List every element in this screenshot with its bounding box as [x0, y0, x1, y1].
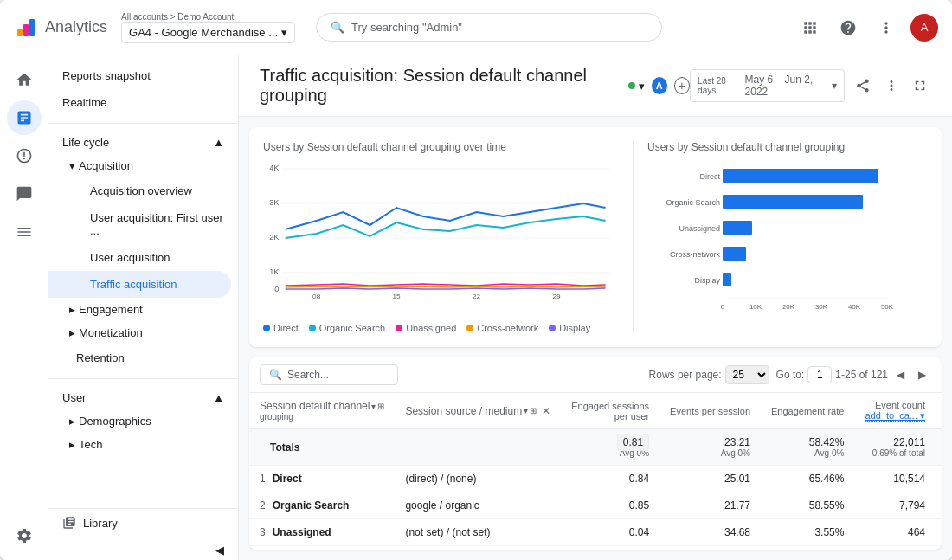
sidebar-group-user[interactable]: User ▲	[48, 386, 238, 409]
svg-rect-24	[723, 195, 863, 209]
sidebar-group-engagement[interactable]: ▸ Engagement	[48, 298, 238, 321]
configure-icon[interactable]	[7, 215, 42, 249]
reports-icon[interactable]	[7, 100, 42, 135]
svg-rect-27	[723, 273, 731, 286]
filter-icon[interactable]: ⊞	[377, 402, 384, 411]
svg-text:22: 22	[473, 293, 481, 299]
sidebar-group-demographics[interactable]: ▸ Demographics	[48, 409, 238, 433]
totals-conversions: 94,905.00 100% of total	[936, 429, 942, 466]
svg-text:40K: 40K	[848, 303, 861, 311]
next-page-btn[interactable]: ▶	[913, 367, 931, 383]
svg-text:1K: 1K	[269, 267, 279, 276]
svg-rect-26	[723, 247, 746, 261]
chevron-down-icon2[interactable]: ▾	[639, 80, 645, 93]
status-badge: ▾	[628, 80, 645, 93]
date-range-selector[interactable]: Last 28 days May 6 – Jun 2, 2022 ▾	[690, 69, 845, 102]
sidebar-item-retention[interactable]: Retention	[48, 344, 238, 371]
table-row: 4Cross-network google / cpc 0.53 10.05 4…	[249, 546, 942, 550]
sidebar-group-tech[interactable]: ▸ Tech	[48, 433, 238, 456]
line-chart-title: Users by Session default channel groupin…	[263, 141, 619, 153]
prev-page-btn[interactable]: ◀	[891, 367, 910, 383]
sidebar-item-user-acquisition[interactable]: User acquisition	[48, 244, 238, 271]
search-bar[interactable]: 🔍 Try searching "Admin"	[316, 13, 662, 42]
home-icon[interactable]	[7, 62, 42, 97]
green-status-dot	[628, 82, 635, 89]
close-filter-icon[interactable]: ✕	[542, 405, 550, 417]
more-options-icon[interactable]	[872, 14, 900, 42]
search-placeholder: Try searching "Admin"	[351, 21, 462, 34]
legend-cross-network: Cross-network	[466, 323, 538, 333]
sidebar-collapse-btn[interactable]: ◀	[48, 537, 238, 560]
apps-icon[interactable]	[796, 14, 824, 42]
sidebar: Reports snapshot Realtime Life cycle ▲ ▾…	[48, 55, 239, 560]
table-search[interactable]: 🔍 Search...	[260, 364, 398, 385]
account-info: All accounts > Demo Account GA4 - Google…	[121, 12, 295, 43]
filter-icon2[interactable]: ⊞	[530, 406, 537, 415]
page-header: Traffic acquisition: Session default cha…	[239, 55, 952, 117]
sidebar-item-realtime[interactable]: Realtime	[48, 89, 238, 116]
help-icon[interactable]	[834, 14, 862, 42]
sidebar-item-reports-snapshot[interactable]: Reports snapshot	[48, 62, 238, 89]
search-icon: 🔍	[331, 21, 344, 34]
data-table: Session default channel ▾ ⊞ grouping Ses…	[249, 393, 942, 550]
totals-events-per-session: 23.21 Avg 0%	[659, 429, 761, 466]
svg-text:20K: 20K	[782, 303, 795, 311]
library-icon	[62, 516, 76, 530]
add-event-count-link[interactable]: add_to_ca... ▾	[865, 410, 925, 422]
sidebar-item-user-acquisition-first[interactable]: User acquisition: First user ...	[48, 204, 238, 244]
page-range: 1-25 of 121	[835, 369, 888, 381]
sidebar-item-library[interactable]: Library	[48, 508, 238, 537]
svg-text:30K: 30K	[815, 303, 828, 311]
sidebar-item-traffic-acquisition[interactable]: Traffic acquisition	[48, 271, 231, 298]
property-selector[interactable]: GA4 - Google Merchandise ... ▾	[121, 22, 295, 43]
legend-organic: Organic Search	[309, 323, 385, 333]
bar-chart: Direct Organic Search Unassigned Cross-n…	[647, 160, 928, 316]
table-toolbar: 🔍 Search... Rows per page: 25 50 100 Go	[249, 357, 942, 393]
sidebar-divider2	[48, 378, 238, 379]
page-input[interactable]	[807, 366, 832, 383]
sidebar-item-acquisition-overview[interactable]: Acquisition overview	[48, 177, 238, 204]
chart-legend: Direct Organic Search Unassigned Cr	[263, 323, 619, 333]
totals-label: Totals	[249, 429, 561, 466]
rows-per-page-select[interactable]: 25 50 100	[725, 365, 769, 384]
sidebar-group-monetization[interactable]: ▸ Monetization	[48, 321, 238, 344]
search-placeholder2: Search...	[287, 369, 329, 381]
sort-icon[interactable]: ▾	[371, 402, 376, 411]
svg-text:2K: 2K	[269, 233, 279, 241]
totals-row: Totals 0.81 Avg 0% 23.21 Avg 0%	[249, 429, 942, 466]
avatar[interactable]: A	[910, 14, 938, 42]
sidebar-group-lifecycle[interactable]: Life cycle ▲	[48, 131, 238, 154]
settings-icon[interactable]	[7, 518, 42, 553]
more-icon[interactable]	[881, 74, 903, 98]
search-icon2: 🔍	[269, 369, 282, 381]
explore-icon[interactable]	[7, 138, 42, 173]
add-comparison-btn[interactable]: +	[674, 77, 690, 94]
table-row: 1Direct (direct) / (none) 0.84 25.01 65.…	[249, 466, 942, 492]
logo-area: Analytics	[14, 16, 107, 40]
share-icon[interactable]	[852, 74, 873, 98]
rows-per-page: Rows per page: 25 50 100	[649, 365, 769, 384]
svg-text:50K: 50K	[881, 303, 894, 311]
account-breadcrumb: All accounts > Demo Account	[121, 12, 295, 22]
chevron-down-icon: ▾	[281, 26, 287, 39]
page-title: Traffic acquisition: Session default cha…	[260, 66, 621, 106]
advertising-icon[interactable]	[7, 177, 42, 211]
pagination: Go to: 1-25 of 121 ◀ ▶	[776, 366, 931, 383]
sidebar-group-acquisition[interactable]: ▾ Acquisition	[48, 154, 238, 177]
legend-unassigned: Unassigned	[396, 323, 456, 333]
sort-icon2[interactable]: ▾	[524, 406, 528, 415]
th-conversions: Conversions All events ▾	[936, 393, 942, 429]
user-badge: A	[652, 77, 667, 94]
charts-section: Users by Session default channel groupin…	[249, 127, 942, 347]
page-title-row: Traffic acquisition: Session default cha…	[260, 66, 690, 106]
th-engagement-rate: Engagement rate	[761, 393, 854, 429]
top-actions: A	[796, 14, 938, 42]
svg-text:Display: Display	[694, 276, 720, 285]
fullscreen-icon[interactable]	[910, 74, 931, 98]
top-bar: Analytics All accounts > Demo Account GA…	[0, 0, 952, 55]
chevron-right-icon2: ▸	[69, 326, 75, 339]
th-engaged-sessions: Engaged sessionsper user	[561, 393, 659, 429]
chevron-right-icon3: ▸	[69, 415, 75, 428]
svg-text:29: 29	[552, 293, 561, 299]
line-chart: 4K 3K 2K 1K 0	[263, 160, 619, 316]
